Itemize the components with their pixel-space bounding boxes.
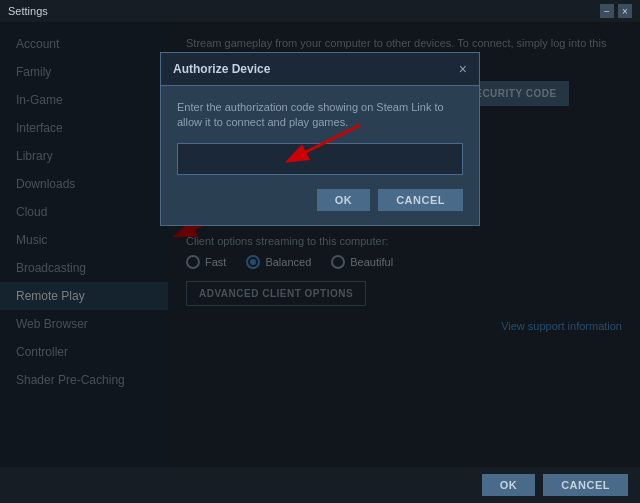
modal-overlay: Authorize Device × Enter the authorizati… [0, 22, 640, 467]
modal-title: Authorize Device [173, 62, 270, 76]
bottom-bar: OK CANCEL [0, 467, 640, 503]
close-button[interactable]: × [618, 4, 632, 18]
modal-buttons: OK CANCEL [177, 189, 463, 211]
modal-header: Authorize Device × [161, 53, 479, 86]
window-title: Settings [8, 5, 48, 17]
modal-ok-button[interactable]: OK [317, 189, 371, 211]
bottom-cancel-button[interactable]: CANCEL [543, 474, 628, 496]
modal-close-button[interactable]: × [459, 61, 467, 77]
modal-body: Enter the authorization code showing on … [161, 86, 479, 225]
bottom-ok-button[interactable]: OK [482, 474, 536, 496]
modal-description: Enter the authorization code showing on … [177, 100, 463, 131]
modal-cancel-button[interactable]: CANCEL [378, 189, 463, 211]
authorization-code-input[interactable] [177, 143, 463, 175]
authorize-device-modal: Authorize Device × Enter the authorizati… [160, 52, 480, 226]
title-bar: Settings − × [0, 0, 640, 22]
window-controls: − × [600, 4, 632, 18]
minimize-button[interactable]: − [600, 4, 614, 18]
